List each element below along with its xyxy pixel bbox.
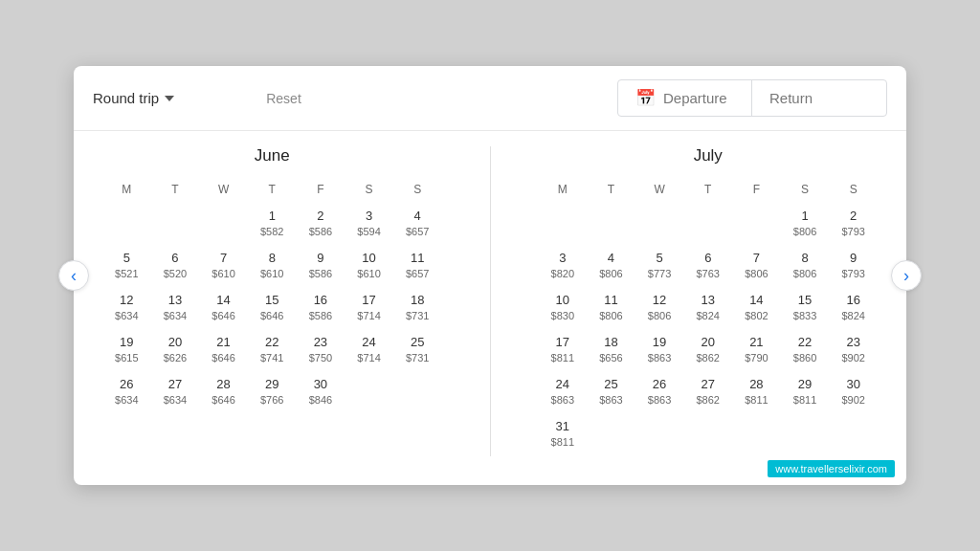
calendar-day[interactable]: 4$657 [393,204,442,246]
calendar-day[interactable]: 6$520 [151,246,200,288]
day-number: 28 [216,376,230,393]
day-price: $863 [648,351,671,364]
calendar-day[interactable]: 28$646 [199,372,248,414]
calendar-day[interactable]: 30$846 [297,372,345,414]
day-price: $646 [212,351,234,364]
calendar-day[interactable]: 13$634 [151,288,200,330]
day-number: 24 [362,334,375,351]
calendar-day[interactable]: 19$863 [635,330,684,372]
calendar-day[interactable]: 8$610 [248,246,297,288]
calendar-day[interactable]: 27$634 [151,372,200,414]
calendar-day[interactable]: 28$811 [732,372,781,414]
day-number: 6 [171,250,178,267]
calendar-day[interactable]: 1$806 [781,204,830,246]
day-header: S [781,179,830,204]
calendar-day[interactable]: 8$806 [781,246,830,288]
calendar-day[interactable]: 14$646 [199,288,248,330]
day-price: $811 [551,351,574,364]
calendar-day[interactable]: 26$634 [102,372,151,414]
day-number: 19 [653,334,666,351]
calendar-day[interactable]: 22$741 [248,330,297,372]
day-price: $811 [551,435,574,449]
calendar-day[interactable]: 29$811 [781,372,830,414]
calendar-day[interactable]: 13$824 [683,288,732,330]
calendar-day[interactable]: 16$586 [297,288,345,330]
calendar-day[interactable]: 3$820 [539,246,588,288]
calendar-day[interactable]: 23$902 [829,330,878,372]
calendar-day[interactable]: 30$902 [829,372,878,414]
calendar-day[interactable]: 12$806 [635,288,684,330]
calendar-day[interactable]: 22$860 [781,330,830,372]
calendar-day[interactable]: 15$833 [781,288,830,330]
day-number: 13 [168,292,182,309]
calendar-day[interactable]: 26$863 [635,372,684,414]
day-price: $806 [599,267,622,280]
empty-day [781,414,830,456]
calendar-day[interactable]: 24$714 [345,330,393,372]
calendar-day[interactable]: 16$824 [829,288,878,330]
calendar-day[interactable]: 10$830 [539,288,588,330]
calendar-day[interactable]: 21$790 [732,330,781,372]
departure-field[interactable]: 📅 Departure [618,80,752,116]
calendar-day[interactable]: 5$521 [102,246,151,288]
day-header: M [539,179,588,204]
day-number: 4 [414,208,421,225]
day-number: 10 [362,250,375,267]
july-title: July [539,146,879,165]
day-number: 23 [846,334,859,351]
calendar-day[interactable]: 23$750 [297,330,345,372]
calendar-day[interactable]: 4$806 [587,246,635,288]
calendar-day[interactable]: 18$731 [393,288,442,330]
calendar-day[interactable]: 25$731 [393,330,442,372]
day-number: 30 [314,376,327,393]
calendar-day[interactable]: 17$714 [345,288,393,330]
calendar-day[interactable]: 15$646 [248,288,297,330]
day-price: $824 [841,309,864,322]
calendar-day[interactable]: 21$646 [199,330,248,372]
trip-type-selector[interactable]: Round trip [93,90,174,106]
calendar-day[interactable]: 14$802 [732,288,781,330]
calendar-day[interactable]: 9$793 [829,246,878,288]
day-price: $657 [406,225,429,238]
prev-month-button[interactable]: ‹ [58,260,89,291]
calendar-day[interactable]: 31$811 [539,414,588,456]
calendar-icon: 📅 [635,88,656,108]
day-number: 9 [317,250,323,267]
calendar-day[interactable]: 9$586 [297,246,345,288]
empty-day [587,204,635,246]
empty-day [539,204,588,246]
calendar-day[interactable]: 1$582 [248,204,297,246]
calendar-day[interactable]: 17$811 [539,330,588,372]
calendar-day[interactable]: 29$766 [248,372,297,414]
calendar-day[interactable]: 5$773 [635,246,684,288]
next-month-button[interactable]: › [891,260,922,291]
calendar-day[interactable]: 11$657 [393,246,442,288]
day-number: 30 [846,376,859,393]
day-price: $586 [309,309,332,322]
day-header: W [635,179,684,204]
calendar-day[interactable]: 19$615 [102,330,151,372]
day-price: $820 [551,267,574,280]
calendar-day[interactable]: 24$863 [539,372,588,414]
calendar-day[interactable]: 27$862 [683,372,732,414]
day-price: $846 [309,393,332,407]
calendar-day[interactable]: 7$806 [732,246,781,288]
calendar-day[interactable]: 2$793 [829,204,878,246]
calendar-day[interactable]: 3$594 [345,204,393,246]
calendar-day[interactable]: 12$634 [102,288,151,330]
calendar-day[interactable]: 11$806 [587,288,635,330]
calendar-day[interactable]: 10$610 [345,246,393,288]
reset-button[interactable]: Reset [266,91,301,106]
day-price: $582 [260,225,283,238]
day-header: S [829,179,878,204]
calendar-day[interactable]: 6$763 [683,246,732,288]
day-price: $731 [406,309,429,322]
day-price: $806 [793,267,816,280]
calendar-day[interactable]: 2$586 [297,204,345,246]
calendar-day[interactable]: 25$863 [587,372,635,414]
calendar-day[interactable]: 20$862 [683,330,732,372]
calendar-day[interactable]: 18$656 [587,330,635,372]
return-field[interactable]: Return [752,80,886,116]
calendar-day[interactable]: 7$610 [199,246,248,288]
calendar-day[interactable]: 20$626 [151,330,200,372]
